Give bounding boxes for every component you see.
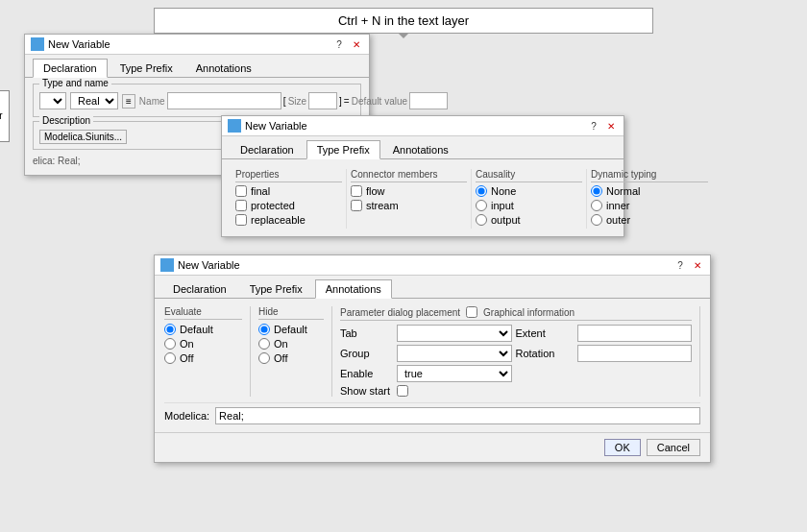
hide-default-row: Default — [258, 324, 324, 335]
final-checkbox[interactable] — [235, 185, 247, 197]
dynamic-outer-radio[interactable] — [591, 214, 602, 226]
tab-annotations-2[interactable]: Annotations — [382, 140, 459, 158]
hide-header: Hide — [258, 306, 324, 320]
type-and-name-group: Type and name Real ≡ Name [ Size ] = Def… — [33, 84, 361, 117]
causality-input-row: input — [476, 200, 582, 211]
props-grid: Properties final protected replaceable C… — [232, 169, 614, 229]
size-input[interactable] — [308, 92, 337, 109]
stream-checkbox[interactable] — [351, 200, 362, 211]
dynamic-inner-label: inner — [606, 200, 629, 211]
modelica-label-1: elica: Real; — [33, 156, 80, 166]
dynamic-col: Dynamic typing Normal inner outer — [587, 169, 712, 229]
tab-typeprefix-1[interactable]: Type Prefix — [110, 59, 183, 77]
show-start-checkbox[interactable] — [397, 385, 408, 397]
tab-declaration-2[interactable]: Declaration — [230, 140, 305, 158]
graphical-info-label: Graphical information — [483, 307, 575, 318]
dialog-1-icon — [31, 37, 44, 51]
tab-declaration-1[interactable]: Declaration — [33, 59, 108, 78]
hide-off-label: Off — [274, 352, 287, 364]
tab-annotations-3[interactable]: Annotations — [315, 279, 392, 299]
dialog-2-close-btn[interactable]: ✕ — [604, 119, 618, 133]
dialog-3-help-btn[interactable]: ? — [673, 258, 687, 272]
type-wizard-btn[interactable]: ≡ — [122, 94, 135, 109]
tab-declaration-3[interactable]: Declaration — [162, 279, 237, 298]
flow-checkbox[interactable] — [351, 185, 362, 197]
dialog-2-tabs: Declaration Type Prefix Annotations — [222, 136, 624, 159]
rotation-input[interactable] — [577, 345, 693, 362]
evaluate-on-radio[interactable] — [164, 338, 176, 350]
bracket-open: [ — [283, 96, 286, 107]
dynamic-inner-radio[interactable] — [591, 200, 602, 211]
stream-row: stream — [351, 200, 467, 211]
discrete-option[interactable]: Discrete — [0, 124, 3, 139]
causality-header: Causality — [476, 169, 582, 182]
protected-row: protected — [235, 200, 342, 211]
dialog-3-buttons: OK Cancel — [155, 432, 710, 462]
type-select[interactable]: Real — [70, 92, 118, 109]
dynamic-header: Dynamic typing — [591, 169, 708, 182]
dynamic-normal-radio[interactable] — [591, 185, 602, 197]
causality-none-radio[interactable] — [476, 185, 487, 197]
evaluate-col: Evaluate Default On Off — [164, 306, 251, 397]
type-prefix-select[interactable] — [39, 92, 66, 109]
default-label: Default value — [352, 96, 407, 107]
dialog-2-title: New Variable — [245, 120, 583, 132]
dialog-new-variable-2: New Variable ? ✕ Declaration Type Prefix… — [221, 115, 624, 237]
tab-field-select[interactable] — [397, 325, 512, 342]
extent-label: Extent — [516, 327, 574, 339]
tab-typeprefix-3[interactable]: Type Prefix — [239, 279, 313, 298]
causality-input-radio[interactable] — [476, 200, 487, 211]
causality-output-label: output — [491, 214, 521, 226]
callout-text: Ctrl + N in the text layer — [338, 13, 469, 28]
protected-label: protected — [251, 200, 295, 211]
annotations-main-row: Evaluate Default On Off Hide — [164, 306, 700, 397]
tab-typeprefix-2[interactable]: Type Prefix — [306, 140, 380, 159]
dynamic-normal-row: Normal — [591, 185, 708, 197]
enable-select[interactable]: truefalse — [397, 365, 512, 382]
dialog-2-help-btn[interactable]: ? — [587, 119, 600, 133]
hide-on-radio[interactable] — [258, 338, 270, 350]
parameter-option[interactable]: Parameter — [0, 109, 3, 124]
evaluate-default-radio[interactable] — [164, 324, 176, 335]
ok-button[interactable]: OK — [604, 439, 641, 456]
hide-default-radio[interactable] — [258, 324, 270, 335]
cancel-button[interactable]: Cancel — [647, 439, 700, 456]
flow-label: flow — [366, 185, 385, 197]
evaluate-off-row: Off — [164, 352, 242, 364]
evaluate-header: Evaluate — [164, 306, 242, 320]
param-dialog-col: Parameter dialog placement Graphical inf… — [332, 306, 700, 397]
dialog-new-variable-3: New Variable ? ✕ Declaration Type Prefix… — [154, 254, 711, 463]
modelica-row-3: Modelica: — [164, 402, 700, 424]
replaceable-checkbox[interactable] — [235, 214, 247, 226]
hide-off-radio[interactable] — [258, 352, 270, 364]
extent-input[interactable] — [577, 325, 693, 342]
dynamic-normal-label: Normal — [606, 185, 640, 197]
group-field-select[interactable] — [397, 345, 512, 362]
hide-on-label: On — [274, 338, 288, 350]
evaluate-off-radio[interactable] — [164, 352, 176, 364]
dialog-2-icon — [228, 119, 241, 133]
replaceable-label: replaceable — [251, 214, 306, 226]
properties-header: Properties — [235, 169, 342, 182]
enable-label: Enable — [340, 368, 393, 379]
dialog-2-titlebar: New Variable ? ✕ — [222, 116, 624, 136]
modelica-input-3[interactable] — [215, 407, 700, 424]
dialog-1-tabs: Declaration Type Prefix Annotations — [25, 55, 369, 78]
causality-col: Causality None input output — [472, 169, 587, 229]
name-input[interactable] — [167, 92, 281, 109]
dialog-3-content: Evaluate Default On Off Hide — [155, 299, 710, 432]
graphical-info-checkbox[interactable] — [466, 306, 477, 318]
si-units-btn[interactable]: Modelica.Siunits... — [39, 130, 127, 144]
causality-output-radio[interactable] — [476, 214, 487, 226]
replaceable-row: replaceable — [235, 214, 342, 226]
protected-checkbox[interactable] — [235, 200, 247, 211]
dialog-3-close-btn[interactable]: ✕ — [691, 258, 704, 272]
tab-annotations-1[interactable]: Annotations — [185, 59, 262, 77]
dialog-1-close-btn[interactable]: ✕ — [350, 37, 363, 51]
final-label: final — [251, 185, 270, 197]
constant-option[interactable]: Constant — [0, 93, 3, 109]
name-label: Name — [139, 96, 165, 107]
dialog-1-help-btn[interactable]: ? — [332, 37, 346, 51]
hide-off-row: Off — [258, 352, 324, 364]
default-input[interactable] — [409, 92, 448, 109]
